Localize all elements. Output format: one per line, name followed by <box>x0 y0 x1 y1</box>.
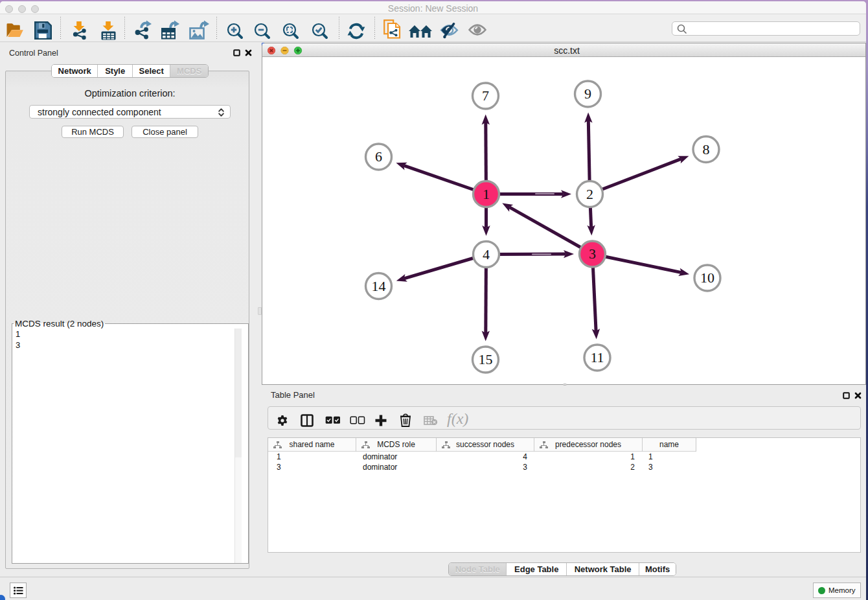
svg-text:14: 14 <box>372 278 386 294</box>
svg-text:6: 6 <box>375 148 382 165</box>
svg-text:10: 10 <box>700 270 714 286</box>
svg-text:15: 15 <box>479 351 493 367</box>
svg-text:4: 4 <box>483 246 490 262</box>
svg-text:3: 3 <box>589 246 596 262</box>
svg-text:7: 7 <box>482 87 489 104</box>
svg-text:1: 1 <box>483 186 490 202</box>
svg-text:8: 8 <box>703 141 710 157</box>
svg-text:2: 2 <box>586 186 593 202</box>
svg-text:9: 9 <box>584 86 591 102</box>
svg-text:11: 11 <box>590 349 604 365</box>
